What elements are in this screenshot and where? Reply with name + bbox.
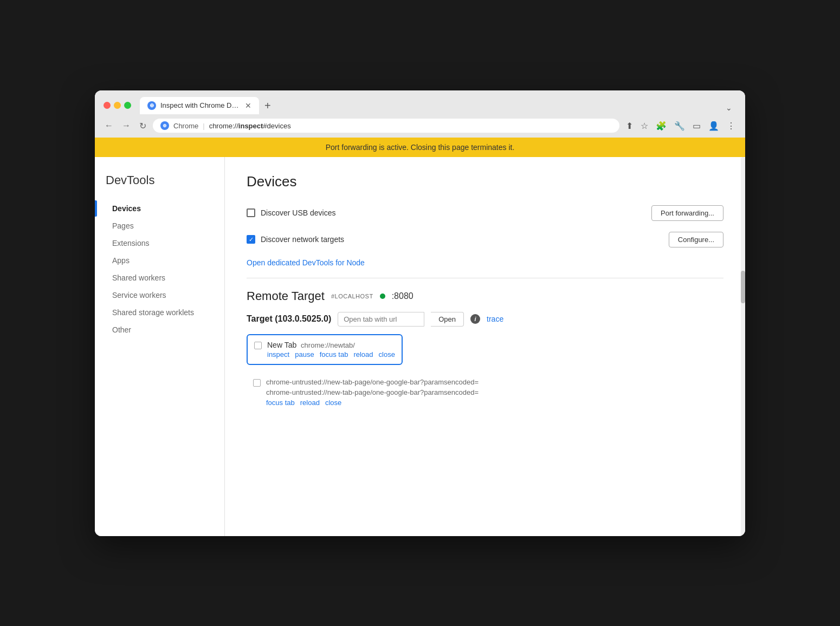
- remote-target-title: Remote Target: [247, 289, 325, 303]
- forward-button[interactable]: →: [120, 119, 133, 133]
- toolbar-icons: ⬆ ☆ 🧩 🔧 ▭ 👤 ⋮: [624, 119, 738, 133]
- tab-item-untrusted: chrome-untrusted://new-tab-page/one-goog…: [247, 373, 723, 412]
- content-area: DevTools Devices Pages Extensions Apps S…: [95, 157, 745, 536]
- configure-button[interactable]: Configure...: [669, 232, 723, 247]
- tab-item-url-inline: chrome://newtab/: [301, 341, 355, 349]
- focus-tab-link-2[interactable]: focus tab: [266, 399, 295, 407]
- target-header: Target (103.0.5025.0) Open i trace: [247, 312, 723, 327]
- extensions-icon[interactable]: 🧩: [654, 119, 669, 133]
- remote-target-header: Remote Target #LOCALHOST :8080: [247, 289, 723, 303]
- address-text: chrome://inspect#devices: [209, 122, 612, 130]
- port-label: :8080: [392, 291, 413, 301]
- discover-usb-left: Discover USB devices: [247, 208, 336, 217]
- tab-item-content-new-tab: New Tab chrome://newtab/ inspect pause f…: [267, 341, 395, 358]
- browser-window: ⊕ Inspect with Chrome Develop… ✕ + ⌄ ← →…: [95, 90, 745, 536]
- sidebar-item-pages[interactable]: Pages: [106, 218, 214, 234]
- tab-menu-icon[interactable]: ⌄: [721, 101, 736, 114]
- discover-usb-row: Discover USB devices Port forwarding...: [247, 205, 723, 221]
- pause-link[interactable]: pause: [295, 350, 314, 358]
- active-tab[interactable]: ⊕ Inspect with Chrome Develop… ✕: [140, 97, 259, 114]
- main-panel: Devices Discover USB devices Port forwar…: [225, 157, 745, 439]
- port-forwarding-banner: Port forwarding is active. Closing this …: [95, 138, 745, 157]
- inspect-link[interactable]: inspect: [267, 350, 289, 358]
- scrollbar[interactable]: [741, 157, 745, 536]
- title-bar: ⊕ Inspect with Chrome Develop… ✕ + ⌄: [95, 90, 745, 114]
- address-bar-input[interactable]: ⊕ Chrome | chrome://inspect#devices: [153, 119, 619, 133]
- online-status-dot: [380, 294, 385, 299]
- profile-icon[interactable]: 👤: [706, 119, 721, 133]
- scrollbar-thumb[interactable]: [741, 271, 745, 303]
- tab-item-url2-untrusted: chrome-untrusted://new-tab-page/one-goog…: [266, 388, 479, 396]
- discover-usb-checkbox[interactable]: [247, 208, 255, 217]
- split-screen-icon[interactable]: ▭: [690, 119, 703, 133]
- info-icon[interactable]: i: [470, 314, 480, 324]
- reload-button[interactable]: ↻: [137, 119, 148, 133]
- tab-item-actions-untrusted: focus tab reload close: [266, 399, 479, 407]
- target-name: Target (103.0.5025.0): [247, 314, 331, 324]
- discover-usb-label: Discover USB devices: [261, 208, 336, 217]
- sidebar-item-devices[interactable]: Devices: [106, 200, 214, 217]
- trace-link[interactable]: trace: [487, 315, 503, 323]
- banner-text: Port forwarding is active. Closing this …: [326, 143, 515, 152]
- focus-tab-link[interactable]: focus tab: [320, 350, 348, 358]
- section-title: Devices: [247, 173, 723, 190]
- menu-icon[interactable]: ⋮: [725, 119, 738, 133]
- main-wrapper: Devices Discover USB devices Port forwar…: [225, 157, 745, 536]
- tab-item-title-new-tab: New Tab chrome://newtab/: [267, 341, 395, 349]
- share-icon[interactable]: ⬆: [624, 119, 635, 133]
- tab-item-new-tab: New Tab chrome://newtab/ inspect pause f…: [247, 334, 403, 365]
- tab-item-checkbox-untrusted[interactable]: [253, 379, 261, 387]
- tab-title: Inspect with Chrome Develop…: [160, 101, 241, 109]
- active-indicator: [95, 200, 97, 217]
- reload-link-2[interactable]: reload: [300, 399, 320, 407]
- chrome-icon: ⊕: [160, 121, 169, 130]
- remote-host-label: #LOCALHOST: [331, 293, 373, 299]
- sidebar-app-title: DevTools: [106, 173, 214, 187]
- close-link[interactable]: close: [379, 350, 395, 358]
- new-tab-button[interactable]: +: [259, 97, 276, 114]
- maximize-button[interactable]: [124, 102, 131, 109]
- sidebar-item-extensions[interactable]: Extensions: [106, 235, 214, 251]
- sidebar: DevTools Devices Pages Extensions Apps S…: [95, 157, 225, 536]
- tab-item-checkbox-new-tab[interactable]: [254, 342, 262, 349]
- back-button[interactable]: ←: [102, 119, 115, 133]
- devtools-icon[interactable]: 🔧: [672, 119, 687, 133]
- minimize-button[interactable]: [114, 102, 121, 109]
- bookmark-icon[interactable]: ☆: [638, 119, 650, 133]
- address-bar: ← → ↻ ⊕ Chrome | chrome://inspect#device…: [95, 114, 745, 138]
- tab-close-icon[interactable]: ✕: [245, 102, 251, 109]
- discover-network-label: Discover network targets: [261, 235, 344, 244]
- sidebar-item-other[interactable]: Other: [106, 322, 214, 338]
- open-tab-input[interactable]: [338, 312, 424, 327]
- discover-network-left: ✓ Discover network targets: [247, 235, 344, 244]
- tab-item-url-untrusted: chrome-untrusted://new-tab-page/one-goog…: [266, 378, 479, 386]
- divider: [247, 278, 723, 278]
- sidebar-item-shared-storage-worklets[interactable]: Shared storage worklets: [106, 304, 214, 321]
- node-devtools-link[interactable]: Open dedicated DevTools for Node: [247, 258, 723, 267]
- discover-network-row: ✓ Discover network targets Configure...: [247, 232, 723, 247]
- tab-favicon: ⊕: [147, 101, 156, 110]
- chrome-label: Chrome: [173, 122, 198, 130]
- sidebar-item-apps[interactable]: Apps: [106, 252, 214, 269]
- discover-network-checkbox[interactable]: ✓: [247, 235, 255, 244]
- open-button[interactable]: Open: [431, 312, 464, 327]
- tab-item-actions-new-tab: inspect pause focus tab reload close: [267, 350, 395, 358]
- tab-item-content-untrusted: chrome-untrusted://new-tab-page/one-goog…: [266, 378, 479, 407]
- port-forwarding-button[interactable]: Port forwarding...: [651, 205, 723, 221]
- traffic-lights: [104, 102, 131, 109]
- target-block: Target (103.0.5025.0) Open i trace New T…: [247, 312, 723, 412]
- sidebar-item-service-workers[interactable]: Service workers: [106, 287, 214, 303]
- sidebar-item-shared-workers[interactable]: Shared workers: [106, 270, 214, 286]
- close-button[interactable]: [104, 102, 111, 109]
- close-link-2[interactable]: close: [325, 399, 341, 407]
- reload-link[interactable]: reload: [353, 350, 373, 358]
- tabs-bar: ⊕ Inspect with Chrome Develop… ✕ + ⌄: [140, 97, 736, 114]
- address-separator: |: [203, 122, 204, 130]
